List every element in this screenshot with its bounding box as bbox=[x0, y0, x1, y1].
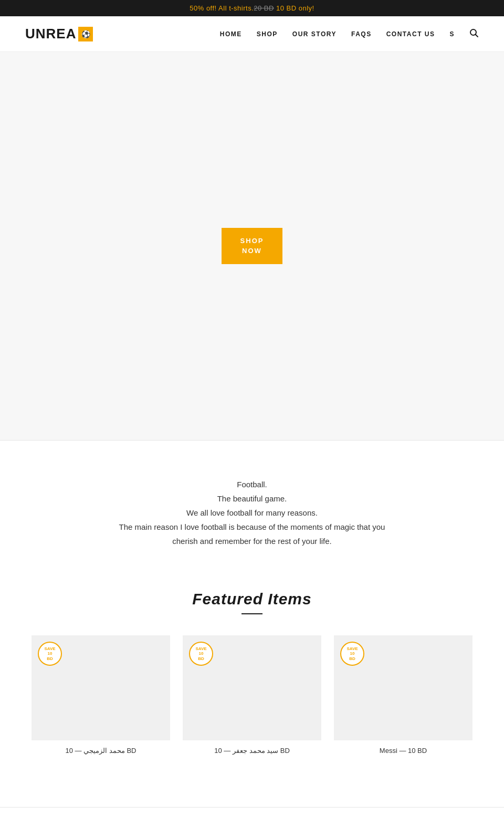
product-name-1: BD محمد الزميجي — 10 bbox=[32, 747, 170, 755]
main-nav: HOME SHOP OUR STORY FAQS CONTACT US S bbox=[220, 28, 479, 40]
site-header: UNREA⚽ HOME SHOP OUR STORY FAQS CONTACT … bbox=[0, 16, 504, 52]
nav-home[interactable]: HOME bbox=[220, 30, 242, 38]
svg-line-1 bbox=[476, 34, 478, 37]
product-name-3: Messi — 10 BD bbox=[334, 747, 472, 755]
featured-divider bbox=[242, 613, 262, 614]
search-icon[interactable] bbox=[469, 28, 479, 40]
products-grid: SAVE 10 BD BD محمد الزميجي — 10 SAVE 10 … bbox=[32, 635, 472, 755]
product-image-1: SAVE 10 BD bbox=[32, 635, 170, 740]
site-footer: Search Instagram © 2023, Unreal Clothing… bbox=[0, 807, 504, 817]
nav-shop[interactable]: SHOP bbox=[257, 30, 278, 38]
featured-title: Featured Items bbox=[32, 590, 472, 608]
product-card-3[interactable]: SAVE 10 BD Messi — 10 BD bbox=[334, 635, 472, 755]
nav-our-story[interactable]: OUR STORY bbox=[292, 30, 337, 38]
shop-now-button[interactable]: SHOPNOW bbox=[222, 228, 283, 264]
nav-faqs[interactable]: FAQS bbox=[351, 30, 372, 38]
featured-section: Featured Items SAVE 10 BD BD محمد الزميج… bbox=[0, 580, 504, 786]
product-image-3: SAVE 10 BD bbox=[334, 635, 472, 740]
site-logo[interactable]: UNREA⚽ bbox=[25, 26, 93, 42]
logo-text: UNREA bbox=[25, 26, 76, 42]
hero-section: SHOPNOW bbox=[0, 52, 504, 441]
nav-contact-us[interactable]: CONTACT US bbox=[386, 30, 435, 38]
logo-icon: ⚽ bbox=[78, 27, 93, 41]
product-card-1[interactable]: SAVE 10 BD BD محمد الزميجي — 10 bbox=[32, 635, 170, 755]
save-badge-3: SAVE 10 BD bbox=[340, 642, 364, 666]
product-name-2: BD سيد محمد جعفر — 10 bbox=[183, 747, 321, 755]
product-image-2: SAVE 10 BD bbox=[183, 635, 321, 740]
nav-s[interactable]: S bbox=[449, 30, 455, 38]
tagline-text: Football. The beautiful game. We all lov… bbox=[21, 477, 483, 548]
announcement-bar: 50% off! All t-shirts.20 BD 10 BD only! bbox=[0, 0, 504, 16]
product-card-2[interactable]: SAVE 10 BD BD سيد محمد جعفر — 10 bbox=[183, 635, 321, 755]
announcement-text: 50% off! All t-shirts.20 BD 10 BD only! bbox=[190, 4, 314, 12]
save-badge-2: SAVE 10 BD bbox=[189, 642, 213, 666]
save-badge-1: SAVE 10 BD bbox=[38, 642, 62, 666]
tagline-section: Football. The beautiful game. We all lov… bbox=[0, 441, 504, 580]
